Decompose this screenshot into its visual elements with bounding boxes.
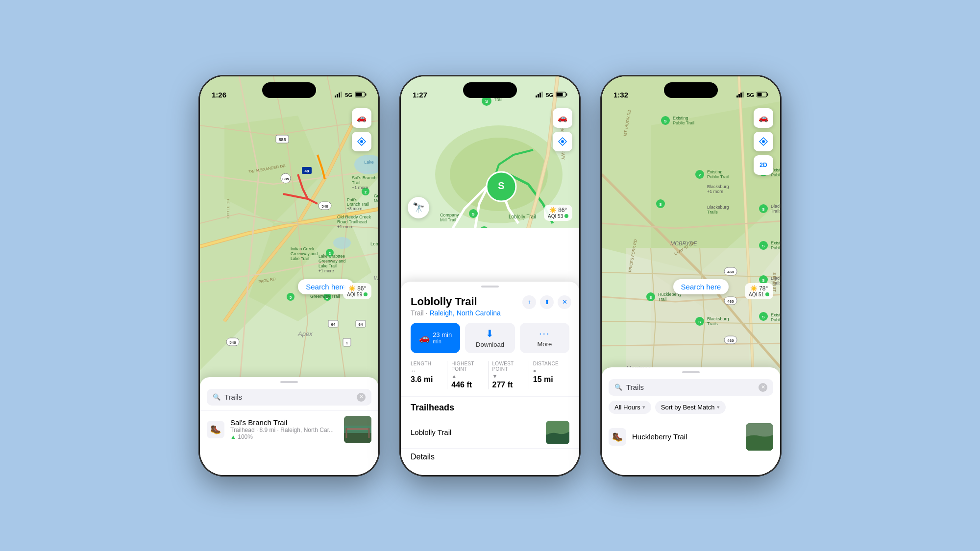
svg-text:Sal's Branch: Sal's Branch [352, 175, 376, 180]
close-btn[interactable]: ✕ [558, 295, 571, 309]
search-icon-3: 🔍 [614, 383, 622, 391]
svg-text:Blacksburg: Blacksburg [707, 205, 729, 210]
result-info-3: Huckleberry Trail [632, 432, 740, 441]
sort-label: Sort by Best Match [661, 404, 715, 411]
distance-label: DISTANCE [533, 361, 565, 366]
search-icon-1: 🔍 [213, 393, 220, 401]
length-value: 3.6 mi [411, 375, 443, 384]
svg-text:2: 2 [365, 190, 367, 194]
search-input-3[interactable]: Trails [626, 383, 755, 391]
svg-rect-86 [536, 96, 537, 97]
svg-point-79 [360, 140, 363, 143]
svg-text:Road Trailhead: Road Trailhead [337, 219, 367, 224]
search-sheet-3: 🔍 Trails ✕ All Hours ▾ Sort by Best Matc… [602, 367, 780, 475]
svg-text:460: 460 [727, 338, 734, 343]
result-title-1: Sal's Branch Trail [230, 418, 338, 427]
filter-row: All Hours ▾ Sort by Best Match ▾ [602, 401, 780, 418]
svg-text:685: 685 [282, 177, 289, 181]
svg-text:S: S [649, 295, 652, 300]
svg-text:S: S [472, 212, 475, 216]
svg-rect-115 [736, 96, 738, 97]
more-btn[interactable]: ··· More [520, 323, 569, 353]
status-icons-1: 5G [335, 92, 367, 99]
svg-text:S: S [762, 315, 765, 319]
search-clear-3[interactable]: ✕ [759, 383, 767, 392]
highest-icon: ▲ [451, 373, 484, 379]
svg-text:Apex: Apex [297, 330, 313, 337]
svg-text:Blacksburg: Blacksburg [707, 316, 729, 321]
drive-mode-btn-2[interactable]: 🚗 [553, 108, 572, 128]
trailhead-thumb [546, 421, 569, 444]
search-here-btn-3[interactable]: Search here [673, 279, 729, 294]
sheet-handle-3 [682, 371, 700, 373]
result-thumb-1 [344, 416, 371, 443]
share-btn[interactable]: ⬆ [540, 295, 554, 309]
location-btn-1[interactable] [352, 132, 371, 151]
download-icon: ⬇ [486, 328, 494, 339]
result-item-3[interactable]: 🥾 Huckleberry Trail [602, 418, 780, 455]
svg-text:Blacksburg: Blacksburg [771, 204, 780, 209]
svg-rect-5 [366, 93, 367, 96]
map-controls-1: 🚗 [352, 108, 371, 151]
time-1: 1:26 [212, 91, 226, 99]
drive-mode-btn-1[interactable]: 🚗 [352, 108, 371, 128]
svg-rect-87 [538, 94, 539, 97]
drive-mode-btn-3[interactable]: 🚗 [754, 108, 773, 128]
svg-text:Greenway and: Greenway and [291, 251, 318, 256]
sheet-handle-1 [280, 381, 298, 383]
svg-text:Lake Crabtree: Lake Crabtree [318, 254, 345, 259]
svg-text:S: S [762, 207, 765, 212]
download-btn[interactable]: ⬇ Download [465, 323, 514, 353]
dynamic-island-2 [463, 82, 517, 98]
svg-text:Blacksburg: Blacksburg [707, 184, 729, 189]
svg-text:S: S [762, 278, 765, 283]
svg-text:Multiuse Trail: Multiuse Trail [374, 198, 378, 203]
binoculars-btn[interactable]: 🔭 [408, 197, 429, 218]
search-bar-3[interactable]: 🔍 Trails ✕ [609, 379, 773, 396]
lowest-value: 277 ft [492, 381, 525, 389]
signal-icon-2 [536, 92, 543, 99]
sheet-handle-2 [481, 286, 499, 287]
drive-btn[interactable]: 🚗 23 min min [411, 323, 460, 353]
length-label: LENGTH [411, 361, 443, 366]
search-clear-1[interactable]: ✕ [357, 393, 366, 402]
add-btn[interactable]: + [522, 295, 536, 309]
svg-text:Indian Creek: Indian Creek [291, 246, 315, 251]
search-input-1[interactable]: Trails [224, 393, 353, 401]
hours-filter[interactable]: All Hours ▾ [609, 401, 651, 414]
hours-chevron: ▾ [642, 404, 645, 410]
svg-text:Public Trail: Public Trail [771, 317, 780, 322]
lowest-label: LOWEST POINT [492, 361, 525, 372]
svg-rect-118 [742, 92, 744, 97]
2d-btn[interactable]: 2D [754, 155, 773, 175]
trail-icon-3: 🥾 [609, 428, 626, 446]
trail-stats: LENGTH ↔ 3.6 mi HIGHEST POINT ▲ 446 ft L… [401, 361, 579, 397]
svg-point-112 [561, 140, 564, 143]
svg-rect-1 [337, 94, 338, 97]
distance-value: 15 mi [533, 375, 565, 384]
svg-text:+1 more: +1 more [707, 189, 723, 194]
stat-lowest: LOWEST POINT ▼ 277 ft [489, 361, 529, 389]
stat-length: LENGTH ↔ 3.6 mi [411, 361, 447, 389]
svg-text:460: 460 [727, 270, 734, 274]
weather-badge-3: ☀️ 78° AQI 51 [745, 283, 773, 299]
lowest-icon: ▼ [492, 373, 525, 379]
battery-icon-2 [556, 92, 567, 99]
svg-text:Loblolly Trail: Loblolly Trail [370, 241, 378, 246]
search-bar-1[interactable]: 🔍 Trails ✕ [207, 389, 371, 406]
svg-text:Loblolly Trail: Loblolly Trail [509, 214, 536, 219]
location-btn-3[interactable] [754, 132, 773, 151]
weather-badge-1: ☀️ 86° AQI 59 [343, 283, 371, 299]
result-subtitle-1: Trailhead · 8.9 mi · Raleigh, North Car.… [230, 427, 338, 433]
length-icon: ↔ [411, 368, 443, 374]
signal-icon-3 [736, 92, 744, 99]
location-btn-2[interactable] [553, 132, 572, 151]
sort-filter[interactable]: Sort by Best Match ▾ [655, 401, 726, 414]
svg-text:Public Trail: Public Trail [707, 174, 729, 179]
svg-rect-2 [339, 93, 340, 97]
svg-text:Graylyn: Graylyn [374, 193, 378, 198]
result-item-1[interactable]: 🥾 Sal's Branch Trail Trailhead · 8.9 mi … [200, 410, 378, 448]
svg-text:+3 more: +3 more [347, 206, 363, 211]
svg-text:Trail: Trail [658, 297, 666, 302]
trailhead-item[interactable]: Loblolly Trail [401, 417, 579, 448]
